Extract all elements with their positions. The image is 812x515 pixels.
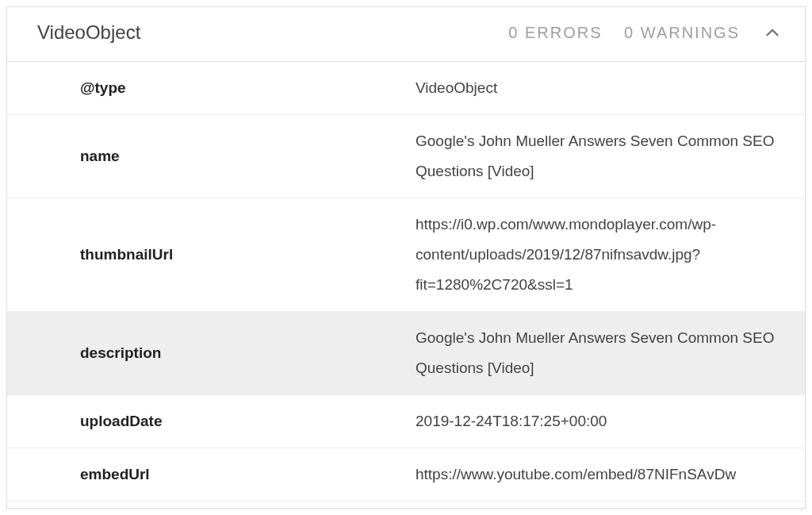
property-key: @type xyxy=(7,62,406,115)
panel-header[interactable]: VideoObject 0 ERRORS 0 WARNINGS xyxy=(7,7,805,62)
property-row: descriptionGoogle's John Mueller Answers… xyxy=(7,312,805,395)
chevron-up-icon[interactable] xyxy=(762,22,783,43)
property-value: Google's John Mueller Answers Seven Comm… xyxy=(406,312,805,395)
property-value: https://i0.wp.com/www.mondoplayer.com/wp… xyxy=(406,198,805,312)
properties-table: @typeVideoObjectnameGoogle's John Muelle… xyxy=(7,62,805,509)
structured-data-panel: VideoObject 0 ERRORS 0 WARNINGS @typeVid… xyxy=(6,6,806,509)
property-value: PT3M48S xyxy=(406,502,805,509)
property-key: uploadDate xyxy=(7,395,406,448)
property-row: durationPT3M48S xyxy=(7,502,805,509)
property-key: thumbnailUrl xyxy=(7,198,406,312)
property-key: name xyxy=(7,115,406,198)
property-row: @typeVideoObject xyxy=(7,62,805,115)
errors-count: 0 ERRORS xyxy=(508,24,602,41)
property-key: description xyxy=(7,312,406,395)
property-value: 2019-12-24T18:17:25+00:00 xyxy=(406,395,805,448)
property-key: embedUrl xyxy=(7,448,406,502)
panel-title: VideoObject xyxy=(37,21,508,44)
property-row: thumbnailUrlhttps://i0.wp.com/www.mondop… xyxy=(7,198,805,312)
property-value: Google's John Mueller Answers Seven Comm… xyxy=(406,115,805,198)
property-value: https://www.youtube.com/embed/87NIFnSAvD… xyxy=(406,448,805,502)
property-row: uploadDate2019-12-24T18:17:25+00:00 xyxy=(7,395,805,448)
warnings-count: 0 WARNINGS xyxy=(624,24,740,41)
property-key: duration xyxy=(7,502,406,509)
panel-status: 0 ERRORS 0 WARNINGS xyxy=(508,24,740,42)
property-row: embedUrlhttps://www.youtube.com/embed/87… xyxy=(7,448,805,502)
property-row: nameGoogle's John Mueller Answers Seven … xyxy=(7,115,805,198)
property-value: VideoObject xyxy=(406,62,805,115)
